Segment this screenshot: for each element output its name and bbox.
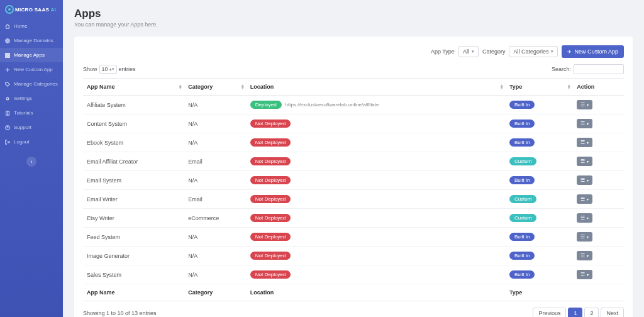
row-action-button[interactable]: ☰▾ [577, 157, 592, 166]
svg-rect-4 [8, 55, 9, 57]
cell-type: Custom [506, 152, 573, 171]
brand-text-2: SAAS [35, 7, 49, 13]
page-length-select[interactable]: 10▴▾ [99, 65, 117, 74]
col-header-location[interactable]: Location▴▾ [247, 79, 506, 96]
row-action-button[interactable]: ☰▾ [577, 213, 592, 223]
row-action-button[interactable]: ☰▾ [577, 270, 592, 279]
table-row: Etsy WritereCommerceNot DeployedCustom☰▾ [83, 209, 624, 228]
row-action-button[interactable]: ☰▾ [577, 119, 592, 128]
brand-logo[interactable]: MICRO SAAS AI [0, 3, 63, 19]
type-badge: Custom [509, 195, 537, 203]
cell-type: Built In [506, 96, 573, 114]
cell-action: ☰▾ [573, 133, 624, 152]
table-row: Content SystemN/ANot DeployedBuilt In☰▾ [83, 114, 624, 133]
cell-app-name: Sales System [83, 265, 184, 284]
cell-type: Custom [506, 190, 573, 209]
cell-action: ☰▾ [573, 209, 624, 228]
deploy-badge: Not Deployed [250, 252, 291, 260]
cell-location: Deployedhttps://exclusivesoftwarelab.onl… [247, 96, 506, 114]
list-icon: ☰ [580, 158, 585, 164]
sidebar-item-manage-apps[interactable]: Manage Apps [0, 48, 63, 62]
sidebar-item-manage-categories[interactable]: Manage Categories [0, 77, 63, 91]
row-action-button[interactable]: ☰▾ [577, 232, 592, 242]
row-action-button[interactable]: ☰▾ [577, 138, 592, 147]
col-header-name[interactable]: App Name▴▾ [83, 79, 184, 96]
pagination: Previous 1 2 Next [533, 308, 624, 317]
type-badge: Built In [509, 101, 535, 109]
cell-location: Not Deployed [247, 114, 506, 133]
deploy-badge: Not Deployed [250, 176, 291, 184]
logout-icon [5, 140, 10, 145]
deploy-badge: Not Deployed [250, 233, 291, 241]
cell-type: Built In [506, 247, 573, 265]
logo-icon [5, 5, 14, 14]
sidebar-item-settings[interactable]: Settings [0, 91, 63, 106]
apps-card: App Type All▾ Category All Categories▾ ✈… [74, 36, 633, 317]
sidebar-item-manage-domains[interactable]: Manage Domains [0, 33, 63, 48]
category-label: Category [482, 48, 506, 55]
cell-action: ☰▾ [573, 228, 624, 247]
cell-location: Not Deployed [247, 265, 506, 284]
row-action-button[interactable]: ☰▾ [577, 100, 592, 109]
sort-icon: ▴▾ [501, 84, 503, 89]
row-action-button[interactable]: ☰▾ [577, 175, 592, 185]
sidebar-item-logout[interactable]: Logout [0, 135, 63, 149]
pager-previous[interactable]: Previous [533, 308, 566, 317]
main-content: Apps You can manage your Apps here. App … [63, 0, 644, 317]
row-action-button[interactable]: ☰▾ [577, 194, 592, 204]
cell-action: ☰▾ [573, 247, 624, 265]
pager-next[interactable]: Next [601, 308, 624, 317]
cell-app-name: Content System [83, 114, 184, 133]
category-value: All Categories [513, 48, 548, 55]
chevron-down-icon: ▾ [587, 197, 589, 201]
new-custom-app-button[interactable]: ✈New Custom App [562, 45, 624, 58]
table-footer-bar: Showing 1 to 10 of 13 entries Previous 1… [83, 308, 624, 317]
cell-type: Built In [506, 171, 573, 190]
apptype-select[interactable]: All▾ [458, 46, 479, 57]
cell-location: Not Deployed [247, 152, 506, 171]
cell-type: Custom [506, 209, 573, 228]
cell-action: ☰▾ [573, 265, 624, 284]
cell-category: N/A [184, 265, 247, 284]
book-icon [5, 111, 10, 116]
sidebar-item-tutorials[interactable]: Tutorials [0, 106, 63, 120]
cell-app-name: Email Writer [83, 190, 184, 209]
sidebar-item-home[interactable]: Home [0, 19, 63, 33]
pager-page-1[interactable]: 1 [568, 308, 582, 317]
cell-category: Email [184, 152, 247, 171]
brand-text-1: MICRO [15, 7, 33, 13]
col-header-category[interactable]: Category▴▾ [184, 79, 247, 96]
sidebar-item-label: Manage Domains [14, 38, 53, 43]
table-row: Email Affiliat CreatorEmailNot DeployedC… [83, 152, 624, 171]
cell-action: ☰▾ [573, 190, 624, 209]
pager-page-2[interactable]: 2 [584, 308, 599, 317]
deploy-badge: Not Deployed [250, 214, 291, 222]
location-url[interactable]: https://exclusivesoftwarelab.online/affi… [286, 102, 379, 108]
gear-icon [5, 96, 10, 101]
sidebar-collapse-button[interactable]: ‹ [26, 157, 36, 167]
cell-action: ☰▾ [573, 114, 624, 133]
chevron-down-icon: ▾ [587, 121, 589, 126]
table-footer-row: App Name Category Location Type [83, 284, 624, 301]
sidebar-item-support[interactable]: Support [0, 120, 63, 135]
type-badge: Built In [509, 176, 535, 184]
list-icon: ☰ [580, 121, 585, 126]
cell-type: Built In [506, 133, 573, 152]
cell-location: Not Deployed [247, 133, 506, 152]
sidebar-item-new-custom-app[interactable]: New Custom App [0, 62, 63, 77]
table-controls: Show 10▴▾ entries Search: [83, 64, 624, 74]
table-row: Image GeneratorN/ANot DeployedBuilt In☰▾ [83, 247, 624, 265]
deploy-badge: Not Deployed [250, 138, 291, 147]
search-input[interactable] [574, 64, 624, 74]
col-footer-action [573, 284, 624, 301]
row-action-button[interactable]: ☰▾ [577, 251, 592, 260]
category-select[interactable]: All Categories▾ [509, 46, 558, 57]
col-header-type[interactable]: Type▴▾ [506, 79, 573, 96]
deploy-badge: Not Deployed [250, 270, 291, 279]
cell-category: N/A [184, 228, 247, 247]
cell-app-name: Email System [83, 171, 184, 190]
sort-icon: ▴▾ [242, 84, 244, 89]
chevron-down-icon: ▾ [587, 216, 589, 220]
chevron-down-icon: ▾ [587, 103, 589, 107]
table-info: Showing 1 to 10 of 13 entries [83, 310, 157, 316]
